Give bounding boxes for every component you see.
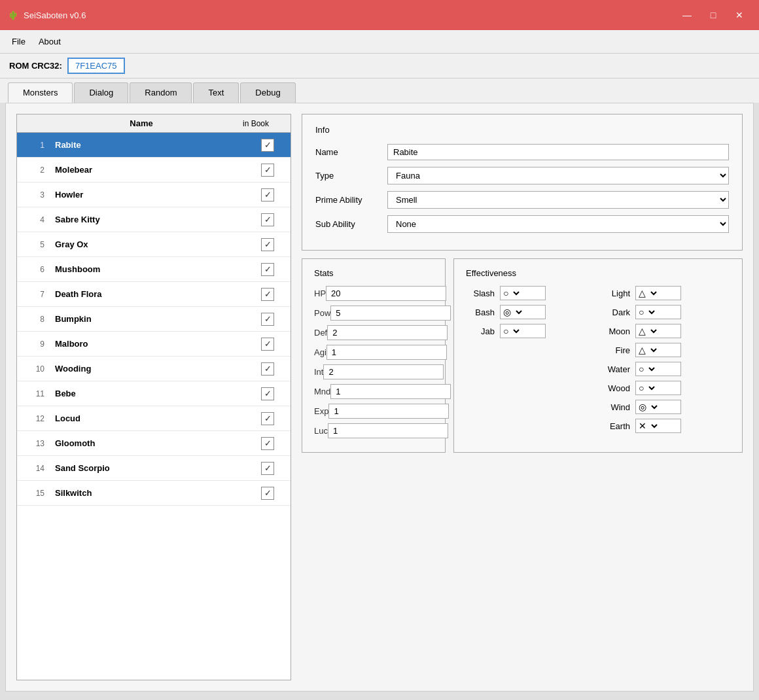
info-select-sub-ability[interactable]: NoneBiteClawTackle (387, 215, 729, 233)
monster-inbook: ✓ (245, 139, 291, 152)
eff-select-wrapper[interactable]: ○ ○ ◎ △ ✕ (500, 286, 546, 300)
monster-inbook: ✓ (245, 437, 291, 450)
monster-name: Death Flora (50, 289, 245, 299)
tab-random[interactable]: Random (130, 82, 192, 103)
monster-inbook: ✓ (245, 387, 291, 400)
monster-num: 5 (17, 240, 50, 249)
eff-symbol: ○ (639, 364, 644, 374)
monster-name: Sand Scorpio (50, 463, 245, 473)
eff-dropdown-earth[interactable]: ○ ◎ △ ✕ (648, 421, 660, 431)
inbook-checkbox[interactable]: ✓ (261, 263, 274, 276)
monster-row-14[interactable]: 14 Sand Scorpio ✓ (17, 456, 291, 481)
stat-label: Pow (314, 308, 330, 318)
maximize-button[interactable]: □ (701, 5, 725, 26)
info-select-type[interactable]: FaunaFloraInsectUndead (387, 167, 729, 184)
monster-row-9[interactable]: 9 Malboro ✓ (17, 332, 291, 357)
eff-select-wrapper[interactable]: △ ○ ◎ △ ✕ (635, 343, 681, 357)
rom-crc-label: ROM CRC32: (9, 61, 62, 71)
eff-dropdown-dark[interactable]: ○ ◎ △ ✕ (645, 307, 657, 317)
info-box: Info Name Type FaunaFloraInsectUndead Pr… (302, 114, 743, 251)
eff-row-water: Water ○ ○ ◎ △ ✕ (601, 362, 730, 376)
eff-select-wrapper[interactable]: ○ ○ ◎ △ ✕ (635, 305, 681, 319)
info-select-prime-ability[interactable]: NoneSmellBiteClaw (387, 191, 729, 209)
tab-dialog[interactable]: Dialog (74, 82, 128, 103)
stat-input-luc[interactable] (328, 423, 448, 438)
close-button[interactable]: ✕ (728, 5, 751, 26)
stats-title: Stats (314, 268, 433, 278)
inbook-checkbox[interactable]: ✓ (261, 362, 274, 376)
eff-label: Dark (601, 307, 633, 317)
stat-input-exp[interactable] (328, 404, 449, 419)
inbook-checkbox[interactable]: ✓ (261, 487, 274, 500)
stat-input-def[interactable] (327, 325, 448, 340)
monster-row-1[interactable]: 1 Rabite ✓ (17, 133, 291, 158)
monster-row-2[interactable]: 2 Molebear ✓ (17, 158, 291, 183)
monster-row-3[interactable]: 3 Howler ✓ (17, 183, 291, 207)
monster-num: 8 (17, 315, 50, 324)
menu-file[interactable]: File (5, 34, 32, 49)
monster-row-10[interactable]: 10 Wooding ✓ (17, 357, 291, 381)
stat-input-pow[interactable] (330, 306, 451, 321)
monster-row-6[interactable]: 6 Mushboom ✓ (17, 257, 291, 282)
eff-select-wrapper[interactable]: ○ ○ ◎ △ ✕ (635, 381, 681, 395)
stat-label: Def (314, 328, 327, 338)
monster-num: 4 (17, 215, 50, 224)
monster-row-11[interactable]: 11 Bebe ✓ (17, 381, 291, 406)
eff-select-wrapper[interactable]: ◎ ○ ◎ △ ✕ (500, 305, 546, 319)
eff-select-wrapper[interactable]: ✕ ○ ◎ △ ✕ (635, 419, 681, 433)
monster-row-7[interactable]: 7 Death Flora ✓ (17, 282, 291, 307)
eff-dropdown-light[interactable]: ○ ◎ △ ✕ (647, 288, 659, 298)
eff-select-wrapper[interactable]: ◎ ○ ◎ △ ✕ (635, 400, 681, 414)
eff-select-wrapper[interactable]: △ ○ ◎ △ ✕ (635, 324, 681, 338)
inbook-checkbox[interactable]: ✓ (261, 213, 274, 226)
eff-select-wrapper[interactable]: ○ ○ ◎ △ ✕ (635, 362, 681, 376)
monster-row-8[interactable]: 8 Bumpkin ✓ (17, 307, 291, 332)
monster-row-4[interactable]: 4 Sabre Kitty ✓ (17, 207, 291, 232)
stat-input-mnd[interactable] (330, 384, 451, 399)
eff-select-wrapper[interactable]: ○ ○ ◎ △ ✕ (500, 324, 546, 338)
inbook-checkbox[interactable]: ✓ (261, 313, 274, 326)
monster-list-scroll[interactable]: 1 Rabite ✓ 2 Molebear ✓ 3 Howler ✓ 4 Sab… (17, 133, 291, 680)
menu-about[interactable]: About (32, 34, 67, 49)
inbook-checkbox[interactable]: ✓ (261, 139, 274, 152)
eff-dropdown-fire[interactable]: ○ ◎ △ ✕ (647, 345, 659, 355)
stat-input-agi[interactable] (327, 345, 447, 360)
tab-monsters[interactable]: Monsters (8, 82, 73, 103)
tab-debug[interactable]: Debug (240, 82, 295, 103)
inbook-checkbox[interactable]: ✓ (261, 164, 274, 177)
inbook-checkbox[interactable]: ✓ (261, 437, 274, 450)
eff-dropdown-wood[interactable]: ○ ◎ △ ✕ (645, 383, 657, 393)
inbook-checkbox[interactable]: ✓ (261, 412, 274, 425)
monster-row-12[interactable]: 12 Locud ✓ (17, 406, 291, 431)
monster-num: 6 (17, 265, 50, 274)
monster-num: 3 (17, 190, 50, 200)
inbook-checkbox[interactable]: ✓ (261, 288, 274, 301)
monster-row-15[interactable]: 15 Silkwitch ✓ (17, 481, 291, 506)
inbook-checkbox[interactable]: ✓ (261, 338, 274, 351)
eff-dropdown-jab[interactable]: ○ ◎ △ ✕ (510, 326, 521, 336)
inbook-checkbox[interactable]: ✓ (261, 188, 274, 201)
col-name-header: Name (50, 118, 233, 128)
monster-row-5[interactable]: 5 Gray Ox ✓ (17, 232, 291, 257)
info-row-type: Type FaunaFloraInsectUndead (315, 167, 729, 184)
stat-input-hp[interactable] (326, 286, 446, 301)
eff-select-wrapper[interactable]: △ ○ ◎ △ ✕ (635, 286, 681, 300)
inbook-checkbox[interactable]: ✓ (261, 462, 274, 475)
monster-row-13[interactable]: 13 Gloomoth ✓ (17, 431, 291, 456)
stat-row-luc: Luc (314, 423, 433, 438)
eff-dropdown-bash[interactable]: ○ ◎ △ ✕ (512, 307, 524, 317)
inbook-checkbox[interactable]: ✓ (261, 238, 274, 251)
monster-inbook: ✓ (245, 213, 291, 226)
inbook-checkbox[interactable]: ✓ (261, 387, 274, 400)
minimize-button[interactable]: — (675, 5, 699, 26)
stat-input-int[interactable] (323, 364, 444, 379)
tab-text[interactable]: Text (193, 82, 239, 103)
eff-dropdown-moon[interactable]: ○ ◎ △ ✕ (647, 326, 659, 336)
info-input-name[interactable] (387, 144, 729, 160)
stat-row-int: Int (314, 364, 433, 379)
eff-row-bash: Bash ◎ ○ ◎ △ ✕ (466, 305, 595, 319)
eff-dropdown-water[interactable]: ○ ◎ △ ✕ (645, 364, 657, 374)
eff-dropdown-wind[interactable]: ○ ◎ △ ✕ (648, 402, 660, 412)
eff-row-wind: Wind ◎ ○ ◎ △ ✕ (601, 400, 730, 414)
eff-dropdown-slash[interactable]: ○ ◎ △ ✕ (510, 288, 521, 298)
